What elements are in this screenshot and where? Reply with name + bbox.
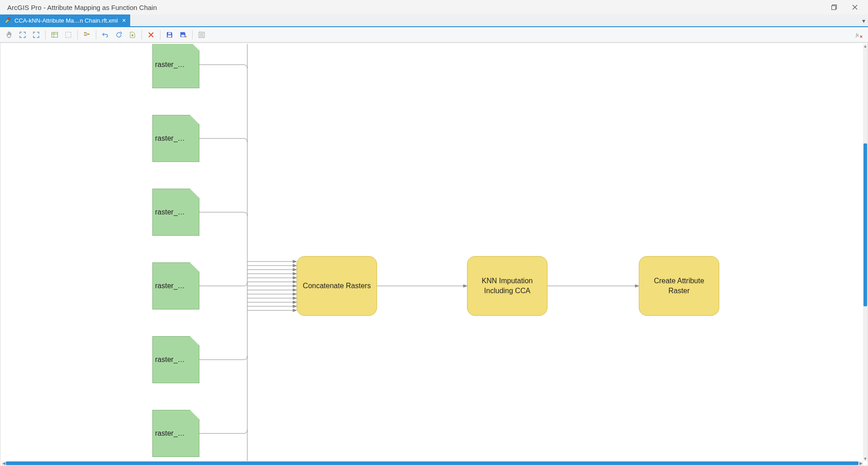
svg-marker-29 — [293, 281, 297, 283]
vertical-scroll-thumb[interactable] — [863, 143, 867, 306]
full-extent-button[interactable] — [30, 29, 42, 41]
horizontal-scroll-thumb[interactable] — [6, 461, 859, 465]
tab-active[interactable]: CCA-kNN-Attribute Ma…n Chain.rft.xml × — [0, 14, 130, 26]
canvas-area: raster_…raster_…raster_…raster_…raster_…… — [0, 43, 868, 466]
svg-marker-30 — [293, 285, 297, 287]
svg-rect-8 — [66, 32, 71, 38]
function-node-label: Create Attribute Raster — [644, 276, 714, 295]
function-node-attrib[interactable]: Create Attribute Raster — [639, 256, 719, 316]
canvas[interactable]: raster_…raster_…raster_…raster_…raster_…… — [1, 44, 863, 461]
svg-marker-36 — [293, 309, 297, 312]
svg-rect-16 — [181, 35, 184, 37]
svg-marker-35 — [293, 305, 297, 308]
svg-marker-28 — [293, 276, 297, 279]
svg-rect-14 — [168, 35, 171, 37]
save-button[interactable] — [163, 29, 176, 41]
tab-close-button[interactable]: × — [121, 17, 127, 24]
hammer-icon — [5, 17, 11, 24]
delete-button[interactable] — [145, 29, 157, 41]
raster-node-label: raster_… — [155, 61, 185, 69]
svg-marker-25 — [293, 264, 297, 267]
svg-marker-33 — [293, 297, 297, 300]
fx-button[interactable]: fx — [853, 29, 865, 41]
svg-marker-32 — [293, 293, 297, 295]
raster-input-node[interactable]: raster_… — [152, 115, 199, 162]
restore-button[interactable] — [824, 0, 844, 14]
raster-input-node[interactable]: raster_… — [152, 336, 199, 383]
function-node-concat[interactable]: Concatenate Rasters — [297, 256, 377, 316]
raster-node-label: raster_… — [155, 356, 185, 364]
svg-rect-9 — [84, 32, 86, 33]
auto-layout-button[interactable] — [80, 29, 93, 41]
tab-strip: CCA-kNN-Attribute Ma…n Chain.rft.xml × ▾ — [0, 14, 868, 27]
svg-text:fx: fx — [856, 32, 859, 37]
function-node-label: Concatenate Rasters — [303, 281, 371, 291]
pan-tool-button[interactable] — [3, 29, 15, 41]
raster-node-label: raster_… — [155, 208, 185, 216]
svg-marker-24 — [293, 260, 297, 263]
fit-window-button[interactable] — [16, 29, 29, 41]
svg-rect-11 — [88, 33, 90, 35]
svg-marker-27 — [293, 272, 297, 275]
svg-marker-34 — [293, 301, 297, 304]
svg-rect-10 — [84, 34, 86, 36]
toolbar-separator — [142, 30, 142, 39]
properties-button[interactable] — [195, 29, 208, 41]
toolbar: fx — [0, 27, 868, 43]
select-all-button[interactable] — [62, 29, 75, 41]
tab-label: CCA-kNN-Attribute Ma…n Chain.rft.xml — [14, 17, 118, 24]
scroll-down-arrow[interactable]: ▼ — [863, 456, 868, 461]
svg-marker-26 — [293, 268, 297, 271]
raster-node-label: raster_… — [155, 429, 185, 437]
toolbar-separator — [96, 30, 96, 39]
svg-marker-31 — [293, 289, 297, 291]
svg-rect-5 — [52, 32, 58, 37]
raster-node-label: raster_… — [155, 134, 185, 143]
scroll-right-arrow[interactable]: ▶ — [859, 461, 863, 466]
raster-input-node[interactable]: raster_… — [152, 262, 199, 309]
connection-wires — [1, 44, 863, 461]
toolbar-separator — [77, 30, 78, 39]
svg-rect-15 — [168, 33, 171, 34]
raster-input-node[interactable]: raster_… — [152, 189, 199, 236]
toolbar-separator — [192, 30, 193, 39]
function-node-knn[interactable]: KNN Imputation Including CCA — [467, 256, 547, 316]
redo-button[interactable] — [113, 29, 125, 41]
svg-rect-1 — [832, 6, 836, 10]
close-button[interactable] — [844, 0, 865, 14]
raster-node-label: raster_… — [155, 282, 185, 290]
raster-input-node[interactable]: raster_… — [152, 44, 199, 88]
add-variable-button[interactable] — [48, 29, 61, 41]
add-raster-button[interactable] — [126, 29, 139, 41]
tab-overflow-dropdown[interactable]: ▾ — [862, 17, 865, 24]
toolbar-separator — [160, 30, 160, 39]
svg-marker-37 — [463, 285, 467, 287]
scroll-left-arrow[interactable]: ◀ — [1, 461, 6, 466]
function-node-label: KNN Imputation Including CCA — [472, 276, 542, 295]
horizontal-scrollbar[interactable]: ◀ ▶ — [1, 461, 863, 466]
scroll-up-arrow[interactable]: ▲ — [863, 44, 868, 48]
save-as-button[interactable] — [177, 29, 189, 41]
window-title: ArcGIS Pro - Attribute Mapping as Functi… — [7, 4, 157, 11]
vertical-scrollbar[interactable]: ▲ ▼ — [863, 44, 868, 461]
title-bar: ArcGIS Pro - Attribute Mapping as Functi… — [0, 0, 868, 14]
raster-input-node[interactable]: raster_… — [152, 410, 199, 457]
svg-marker-38 — [635, 285, 639, 287]
svg-rect-4 — [8, 18, 10, 20]
undo-button[interactable] — [99, 29, 112, 41]
toolbar-separator — [45, 30, 46, 39]
